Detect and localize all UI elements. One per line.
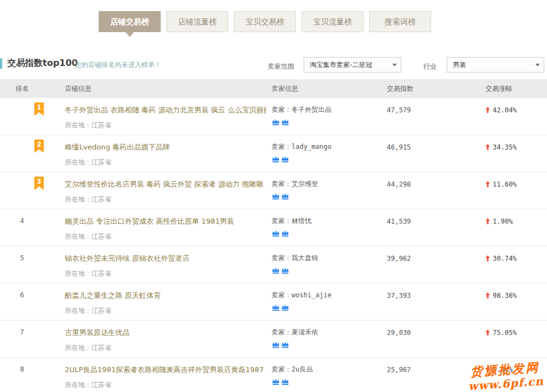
rank-number: 8 — [20, 365, 24, 373]
col-header-seller: 卖家信息 — [272, 79, 387, 98]
seller-name-link[interactable]: woshi_ajie — [292, 291, 331, 299]
seller-scope-label: 卖家范围 — [268, 62, 294, 71]
table-row: 1 1 冬子外贸出品 衣路相随 毒药 源动力北京男装 疯云 么么宝贝丽丽 所在地… — [0, 98, 547, 135]
table-row: 7 7 古里男装原达生优品 所在地：江苏省 卖家：麦谐禾依 29,030 75.… — [0, 321, 547, 358]
change-percent: 34.35% — [493, 143, 517, 151]
seller-prefix: 卖家： — [272, 180, 292, 188]
tab-2[interactable]: 店铺流量榜 — [166, 11, 228, 32]
seller-name-link[interactable]: 艾尔维登 — [292, 180, 318, 188]
crown-icon — [281, 378, 289, 385]
trade-index-value: 25,967 — [387, 366, 411, 374]
col-header-rank: 排名 — [0, 79, 50, 98]
rank-number: 4 — [20, 217, 24, 225]
seller-name-link[interactable]: 麦谐禾依 — [292, 328, 318, 336]
industry-label: 行业 — [423, 62, 437, 71]
col-header-shop: 店铺信息 — [50, 79, 272, 98]
trade-index-value: 44,298 — [387, 180, 411, 188]
shop-location: 所在地：江苏省 — [65, 121, 266, 130]
seller-scope-select[interactable]: 淘宝集市卖家-二皇冠 — [304, 57, 401, 73]
crown-icon — [272, 230, 280, 237]
up-arrow-icon — [485, 292, 490, 298]
seller-crown-rating — [272, 156, 387, 163]
seller-scope-value: 淘宝集市卖家-二皇冠 — [310, 61, 372, 69]
crown-icon — [281, 193, 289, 200]
table-row: 3 3 艾尔维登性价比名店男装 毒药 疯云外贸 探索者 源动力 熊啾啾 所在地：… — [0, 172, 547, 209]
chevron-down-icon — [392, 64, 397, 69]
shop-name-link[interactable]: 古里男装原达生优品 — [65, 328, 266, 338]
up-arrow-icon — [485, 367, 490, 373]
change-percent: 6.94% — [493, 366, 513, 374]
tab-1[interactable]: 店铺交易榜 — [99, 11, 161, 32]
chevron-down-icon — [535, 64, 540, 69]
seller-crown-rating — [272, 378, 387, 385]
crown-icon — [272, 118, 280, 126]
crown-icon — [281, 341, 289, 348]
tab-3[interactable]: 宝贝交易榜 — [234, 11, 296, 32]
seller-name-link[interactable]: 冬子外贸出品 — [292, 106, 331, 114]
accent-bar — [0, 58, 2, 69]
crown-icon — [281, 267, 289, 274]
seller-prefix: 卖家： — [272, 254, 292, 262]
crown-icon — [272, 341, 280, 348]
change-percent: 11.60% — [493, 180, 517, 188]
up-arrow-icon — [485, 329, 490, 336]
seller-name-link[interactable]: 林惜忧 — [292, 217, 311, 225]
table-body: 1 1 冬子外贸出品 衣路相随 毒药 源动力北京男装 疯云 么么宝贝丽丽 所在地… — [0, 98, 547, 392]
tab-5[interactable]: 搜索词榜 — [369, 11, 431, 32]
section-header: 交易指数top100 您的店铺排名尚未进入榜单！ 卖家范围 淘宝集市卖家-二皇冠… — [0, 57, 547, 74]
change-percent: 75.05% — [493, 329, 517, 337]
change-percent: 98.36% — [493, 292, 517, 300]
tab-bar: 店铺交易榜店铺流量榜宝贝交易榜宝贝流量榜搜索词榜 — [99, 11, 431, 32]
crown-icon — [281, 230, 289, 237]
shop-location: 所在地：江苏省 — [65, 269, 266, 278]
ranking-table: 排名 店铺信息 卖家信息 交易指数 交易涨幅 1 1 冬子外贸出品 衣路相随 毒… — [0, 79, 547, 392]
shop-location: 所在地：江苏省 — [65, 232, 266, 241]
crown-icon — [272, 156, 280, 163]
tab-4[interactable]: 宝贝流量榜 — [301, 11, 364, 32]
seller-prefix: 卖家： — [272, 365, 292, 373]
seller-name-link[interactable]: 我大盘锦 — [292, 254, 318, 262]
shop-name-link[interactable]: 幽灵出品 专注出口外贸成衣 高性价比原单 1981男装 — [65, 216, 266, 226]
shop-location: 所在地：江苏省 — [65, 195, 266, 204]
crown-icon — [272, 193, 280, 200]
rank-number: 5 — [20, 254, 24, 262]
shop-location: 所在地：江苏省 — [65, 306, 266, 316]
trade-index-value: 39,962 — [387, 255, 411, 262]
industry-value: 男装 — [453, 61, 466, 69]
seller-prefix: 卖家： — [272, 217, 292, 225]
table-row: 8 8 2ULP良品1981探索者衣路相随麦高吉祥外贸男装店黄磊1987 所在地… — [0, 358, 547, 392]
table-row: 6 6 酷盖儿之重生之路 原天虹体育 所在地：江苏省 卖家：woshi_ajie… — [0, 283, 547, 321]
page-title: 交易指数top100 — [7, 58, 78, 69]
seller-crown-rating — [272, 267, 387, 274]
rank-notice: 您的店铺排名尚未进入榜单！ — [75, 60, 161, 70]
shop-name-link[interactable]: 冬子外贸出品 衣路相随 毒药 源动力北京男装 疯云 么么宝贝丽丽 — [65, 105, 266, 115]
shop-name-link[interactable]: 艾尔维登性价比名店男装 毒药 疯云外贸 探索者 源动力 熊啾啾 — [65, 179, 266, 189]
shop-name-link[interactable]: 锦衣社外贸未完待续 原锦衣社外贸老店 — [65, 254, 266, 264]
crown-icon — [281, 118, 289, 126]
shop-name-link[interactable]: 酷盖儿之重生之路 原天虹体育 — [65, 291, 266, 301]
shop-name-link[interactable]: 2ULP良品1981探索者衣路相随麦高吉祥外贸男装店黄磊1987 — [65, 365, 266, 375]
crown-icon — [272, 267, 280, 274]
seller-prefix: 卖家： — [272, 328, 292, 336]
trade-index-value: 29,030 — [387, 329, 411, 337]
trade-index-value: 41,539 — [387, 218, 411, 225]
rank-number: 7 — [20, 328, 24, 336]
seller-name-link[interactable]: 2u良品 — [292, 365, 313, 373]
seller-name-link[interactable]: lady_mango — [292, 143, 331, 151]
change-percent: 1.90% — [493, 218, 513, 225]
industry-select[interactable]: 男装 — [447, 57, 544, 73]
table-row: 2 2 略懂Lvedong 毒药出品旗下品牌 所在地：江苏省 卖家：lady_m… — [0, 135, 547, 172]
up-arrow-icon — [485, 144, 490, 150]
up-arrow-icon — [485, 255, 490, 261]
table-header-row: 排名 店铺信息 卖家信息 交易指数 交易涨幅 — [0, 79, 547, 98]
crown-icon — [272, 304, 280, 311]
seller-crown-rating — [272, 230, 387, 237]
up-arrow-icon — [485, 181, 490, 187]
table-row: 4 4 幽灵出品 专注出口外贸成衣 高性价比原单 1981男装 所在地：江苏省 … — [0, 209, 547, 246]
seller-prefix: 卖家： — [272, 291, 292, 299]
col-header-change: 交易涨幅 — [485, 79, 547, 98]
shop-name-link[interactable]: 略懂Lvedong 毒药出品旗下品牌 — [65, 142, 266, 152]
seller-prefix: 卖家： — [272, 106, 292, 114]
shop-location: 所在地：江苏省 — [65, 343, 266, 353]
table-row: 5 5 锦衣社外贸未完待续 原锦衣社外贸老店 所在地：江苏省 卖家：我大盘锦 3… — [0, 246, 547, 283]
